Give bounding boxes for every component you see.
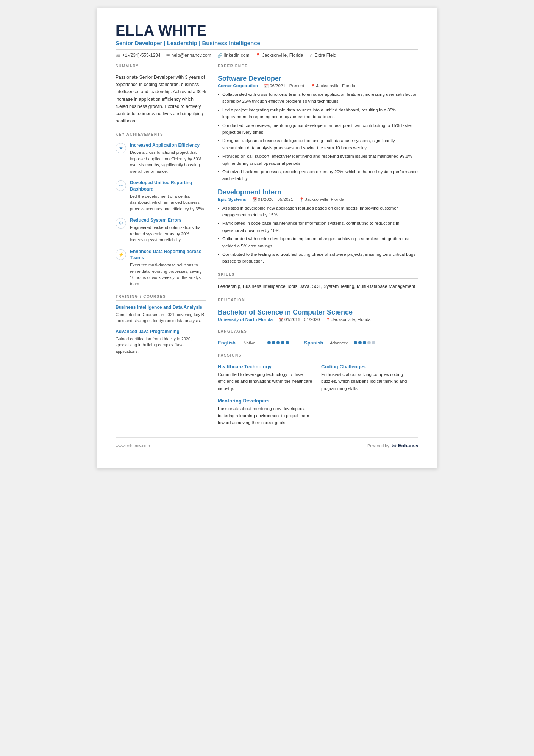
contact-bar: ☏ +1-(234)-555-1234 ✉ help@enhancv.com 🔗… <box>116 49 418 58</box>
company-name: Epic Systems <box>218 197 246 202</box>
bullet-item: Collaborated with cross-functional teams… <box>218 91 418 105</box>
summary-text: Passionate Senior Developer with 3 years… <box>116 74 206 125</box>
edu-date-icon: 📅01/2016 - 01/2020 <box>279 317 320 322</box>
logo-icon: ∞ <box>392 441 397 449</box>
phone-icon: ☏ <box>116 53 121 58</box>
passions-label: PASSIONS <box>218 353 418 359</box>
experience-list: Software Developer Cerner Corporation 📅0… <box>218 75 418 265</box>
passion-title: Coding Challenges <box>321 364 418 369</box>
achievement-icon: ★ <box>116 143 126 153</box>
achievement-title: Increased Application Efficiency <box>130 142 206 149</box>
achievement-title: Developed Unified Reporting Dashboard <box>130 180 206 193</box>
passion-desc: Committed to leveraging technology to dr… <box>218 371 315 392</box>
passion-desc: Passionate about mentoring new developer… <box>218 405 315 426</box>
lang-dot <box>267 341 271 344</box>
achievement-content: Enhanced Data Reporting across Teams Exe… <box>130 249 206 287</box>
linkedin-value: linkedin.com <box>224 53 250 58</box>
company-name: Cerner Corporation <box>218 83 258 88</box>
footer: www.enhancv.com Powered by ∞ Enhancv <box>116 437 418 449</box>
resume-page: ELLA WHITE Senior Developer | Leadership… <box>97 8 437 468</box>
job-bullets: Assisted in developing new application f… <box>218 205 418 265</box>
achievement-title: Reduced System Errors <box>130 217 206 224</box>
job-location: 📍Jacksonville, Florida <box>311 83 356 88</box>
job-meta: Cerner Corporation 📅06/2021 - Present 📍J… <box>218 83 418 88</box>
lang-dot <box>372 341 375 344</box>
location-icon: 📍 <box>255 53 261 58</box>
passion-title: Healthcare Technology <box>218 364 315 369</box>
education-label: EDUCATION <box>218 298 418 304</box>
edu-degree: Bachelor of Science in Computer Science <box>218 308 418 316</box>
passion-item: Mentoring Developers Passionate about me… <box>218 398 315 426</box>
course-title: Advanced Java Programming <box>116 329 206 335</box>
bullet-item: Participated in code base maintenance fo… <box>218 220 418 234</box>
passion-desc: Enthusiastic about solving complex codin… <box>321 371 418 392</box>
lang-dots <box>267 341 289 344</box>
bullet-item: Collaborated with senior developers to i… <box>218 235 418 249</box>
extra-icon: ☆ <box>309 53 313 58</box>
lang-level: Native <box>244 341 264 345</box>
body-layout: SUMMARY Passionate Senior Developer with… <box>116 64 418 426</box>
achievement-icon: ⚙ <box>116 218 126 229</box>
achievement-title: Enhanced Data Reporting across Teams <box>130 249 206 261</box>
powered-by: Powered by ∞ Enhancv <box>367 441 418 449</box>
training-list: Business Intelligence and Data Analysis … <box>116 304 206 354</box>
lang-dot <box>272 341 275 344</box>
left-column: SUMMARY Passionate Senior Developer with… <box>116 64 206 426</box>
job-title: Software Developer <box>218 75 418 83</box>
job-title: Development Intern <box>218 188 418 196</box>
contact-email: ✉ help@enhancv.com <box>166 53 211 58</box>
job-entry: Development Intern Epic Systems 📅01/2020… <box>218 188 418 265</box>
bullet-item: Led a project integrating multiple data … <box>218 106 418 121</box>
enhancv-logo: ∞ Enhancv <box>392 441 418 449</box>
contact-location: 📍 Jacksonville, Florida <box>255 53 303 58</box>
lang-name: Spanish <box>304 340 327 346</box>
achievement-content: Reduced System Errors Engineered backend… <box>130 217 206 243</box>
bullet-item: Designed a dynamic business intelligence… <box>218 137 418 151</box>
footer-website: www.enhancv.com <box>116 443 150 448</box>
training-label: TRAINING / COURSES <box>116 294 206 301</box>
contact-linkedin: 🔗 linkedin.com <box>217 53 250 58</box>
achievement-content: Increased Application Efficiency Drove a… <box>130 142 206 174</box>
achievement-desc: Led the development of a central dashboa… <box>130 193 206 212</box>
job-meta-right: 📅06/2021 - Present 📍Jacksonville, Florid… <box>264 83 355 88</box>
phone-value: +1-(234)-555-1234 <box>122 53 160 58</box>
linkedin-icon: 🔗 <box>217 53 223 58</box>
passion-item: Healthcare Technology Committed to lever… <box>218 364 315 392</box>
extra-value: Extra Field <box>315 53 336 58</box>
bullet-item: Contributed to the testing and troublesh… <box>218 251 418 265</box>
course-desc: Completed on Coursera in 2021, covering … <box>116 311 206 324</box>
achievement-item: ✏ Developed Unified Reporting Dashboard … <box>116 180 206 212</box>
location-value: Jacksonville, Florida <box>262 53 303 58</box>
email-value: help@enhancv.com <box>171 53 211 58</box>
resume-header: ELLA WHITE Senior Developer | Leadership… <box>116 23 418 58</box>
lang-dot <box>286 341 289 344</box>
language-item: Spanish Advanced <box>304 340 375 346</box>
lang-dots <box>354 341 375 344</box>
skills-label: SKILLS <box>218 272 418 279</box>
language-item: English Native <box>218 340 289 346</box>
course-title: Business Intelligence and Data Analysis <box>116 304 206 311</box>
job-meta: Epic Systems 📅01/2020 - 05/2021 📍Jackson… <box>218 197 418 202</box>
achievement-item: ★ Increased Application Efficiency Drove… <box>116 142 206 174</box>
lang-name: English <box>218 340 240 346</box>
achievement-icon: ✏ <box>116 180 126 191</box>
bullet-item: Conducted code reviews, mentoring junior… <box>218 122 418 136</box>
achievement-desc: Engineered backend optimizations that re… <box>130 224 206 243</box>
achievement-content: Developed Unified Reporting Dashboard Le… <box>130 180 206 212</box>
passion-item: Coding Challenges Enthusiastic about sol… <box>321 364 418 392</box>
summary-label: SUMMARY <box>116 64 206 70</box>
achievements-label: KEY ACHIEVEMENTS <box>116 132 206 138</box>
job-location: 📍Jacksonville, Florida <box>299 197 344 202</box>
achievements-list: ★ Increased Application Efficiency Drove… <box>116 142 206 287</box>
languages-list: English Native Spanish Advanced <box>218 340 418 346</box>
lang-dot <box>367 341 371 344</box>
achievement-icon: ⚡ <box>116 249 126 260</box>
job-meta-right: 📅01/2020 - 05/2021 📍Jacksonville, Florid… <box>252 197 344 202</box>
contact-phone: ☏ +1-(234)-555-1234 <box>116 53 160 58</box>
powered-by-text: Powered by <box>367 443 389 448</box>
course-desc: Gained certification from Udacity in 202… <box>116 336 206 355</box>
bullet-item: Optimized backend processes, reducing sy… <box>218 168 418 182</box>
lang-dot <box>363 341 366 344</box>
lang-dot <box>354 341 357 344</box>
candidate-title: Senior Developer | Leadership | Business… <box>116 40 418 46</box>
